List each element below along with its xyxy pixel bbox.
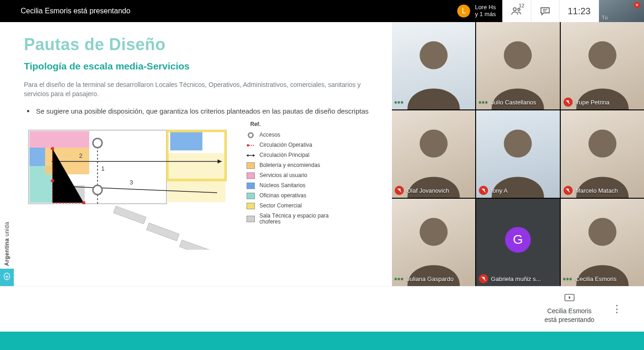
slide-content: Pautas de Diseño Tipología de escala med… [0, 22, 392, 286]
svg-point-41 [504, 130, 532, 158]
participant-tile[interactable]: Olaf Jovanovich [392, 110, 475, 198]
top-controls: 12 11:23 [502, 0, 599, 22]
svg-text:3: 3 [130, 179, 133, 186]
participant-name: Irupe Petrina [575, 99, 610, 106]
legend-swatch [247, 132, 255, 138]
participant-grid: Julio CastellanosIrupe PetrinaOlaf Jovan… [392, 22, 644, 286]
overflow-line2: y 1 más [475, 11, 496, 18]
svg-text:1: 1 [101, 165, 104, 172]
chat-icon [540, 6, 551, 16]
bottom-bar: Cecilia Esmoris está presentando ⋮ [0, 286, 644, 332]
svg-rect-13 [167, 153, 225, 202]
legend-row: Núcleos Sanitarios [247, 183, 334, 189]
svg-point-33 [420, 41, 448, 69]
svg-point-37 [588, 41, 616, 69]
video-placeholder [392, 199, 475, 286]
legend-label: Accesos [259, 132, 280, 138]
participant-namebar: Gabriela muñiz s... [479, 274, 540, 283]
avatar: G [505, 227, 531, 252]
mic-active-icon [564, 274, 573, 283]
svg-point-21 [82, 201, 85, 204]
svg-rect-6 [29, 131, 89, 148]
legend-row: Sala Técnica y espacio para choferes [247, 213, 334, 226]
floorplan-svg: 1 2 3 [24, 121, 236, 250]
video-placeholder [561, 110, 644, 198]
legend-label: Núcleos Sanitarios [259, 183, 305, 189]
slide-subtitle: Tipología de escala media-Servicios [24, 61, 387, 72]
legend-swatch [247, 183, 255, 189]
participant-tile[interactable]: GGabriela muñiz s... [476, 199, 559, 286]
legend-label: Boletería y encomiendas [259, 162, 320, 169]
legend-label: Circulación Principal [259, 152, 310, 159]
present-to-all-icon [545, 294, 594, 305]
participant-tile[interactable]: Juliana Gaspardo [392, 199, 475, 286]
participant-namebar: Olaf Jovanovich [395, 186, 449, 195]
participant-tile[interactable]: tony A [476, 110, 559, 198]
presenting-chip-line2: está presentando [545, 316, 594, 324]
legend-row: Servicios al usuario [247, 172, 334, 179]
legend-row: Circulación Principal [247, 152, 334, 159]
participant-tile[interactable]: Irupe Petrina [561, 22, 644, 109]
video-placeholder [476, 110, 559, 198]
legend-swatch [247, 152, 255, 159]
svg-point-29 [247, 144, 249, 146]
legend-label: Servicios al usuario [259, 172, 307, 179]
people-count: 12 [519, 3, 524, 8]
video-placeholder [476, 22, 559, 109]
chat-button[interactable] [531, 0, 559, 22]
overflow-line1: Lore Hs [475, 4, 496, 11]
mic-muted-icon [564, 186, 573, 195]
participant-tile[interactable] [392, 22, 475, 109]
svg-point-1 [518, 8, 520, 11]
legend-label: Sala Técnica y espacio para choferes [259, 213, 334, 226]
presenting-banner: Cecilia Esmoris está presentando [0, 7, 453, 15]
svg-rect-10 [45, 148, 89, 174]
legend-row: Oficinas operativas [247, 193, 334, 199]
overflow-participants-chip[interactable]: L Lore Hs y 1 más [453, 0, 502, 22]
video-placeholder [561, 199, 644, 286]
participant-tile[interactable]: Cecilia Esmoris [561, 199, 644, 286]
self-mic-muted-icon: ✕ [634, 2, 640, 8]
participant-name: Cecilia Esmoris [575, 275, 617, 282]
svg-point-17 [93, 138, 102, 148]
mic-muted-icon [564, 98, 573, 107]
people-button[interactable]: 12 [502, 0, 531, 22]
legend-row: Sector Comercial [247, 203, 334, 209]
mic-muted-icon [479, 186, 488, 195]
svg-point-20 [51, 179, 54, 182]
svg-point-0 [513, 8, 516, 11]
self-thumbnail[interactable]: ✕ Tú [599, 0, 644, 22]
participant-namebar: Cecilia Esmoris [564, 274, 617, 283]
participant-namebar: tony A [479, 186, 507, 195]
clock: 11:23 [559, 0, 599, 22]
video-placeholder [392, 110, 475, 198]
participant-tile[interactable]: Marcelo Matach [561, 110, 644, 198]
slide-intro: Para el diseño de la terminal se desarro… [24, 80, 387, 99]
participant-namebar [395, 98, 404, 107]
svg-point-18 [93, 185, 102, 195]
svg-rect-22 [114, 206, 146, 224]
legend-label: Circulación Operativa [259, 142, 312, 149]
main-area: Argentina unida Pautas de Diseño Tipolog… [0, 22, 644, 286]
presenting-chip[interactable]: Cecilia Esmoris está presentando [545, 294, 594, 324]
overflow-avatar: L [457, 5, 470, 17]
participant-namebar: Julio Castellanos [479, 98, 536, 107]
participant-namebar: Marcelo Matach [564, 186, 618, 195]
slide-title: Pautas de Diseño [24, 35, 387, 54]
participant-tile[interactable]: Julio Castellanos [476, 22, 559, 109]
mic-active-icon [395, 98, 404, 107]
participant-name: Juliana Gaspardo [407, 275, 454, 282]
presentation-panel: Argentina unida Pautas de Diseño Tipolog… [0, 22, 392, 286]
svg-point-35 [504, 41, 532, 69]
participant-name: Olaf Jovanovich [407, 187, 449, 194]
legend-row: Boletería y encomiendas [247, 162, 334, 169]
legend-swatch [247, 216, 255, 222]
mic-muted-icon [395, 186, 404, 195]
svg-rect-24 [179, 240, 212, 249]
more-options-button[interactable]: ⋮ [608, 299, 626, 319]
participant-namebar: Irupe Petrina [564, 98, 610, 107]
legend-swatch [247, 142, 255, 149]
legend-swatch [247, 162, 255, 169]
svg-rect-23 [146, 223, 179, 241]
legend-swatch [247, 203, 255, 209]
